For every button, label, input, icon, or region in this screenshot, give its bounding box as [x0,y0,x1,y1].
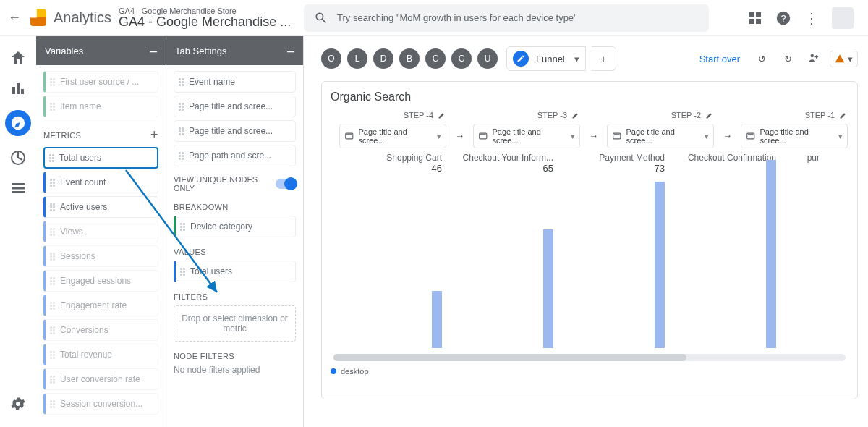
advertising-icon[interactable] [9,149,27,166]
metric-chip[interactable]: Conversions [43,319,158,341]
node-label: Page title and scree... [189,101,273,111]
redo-icon[interactable]: ↻ [780,54,795,64]
back-arrow-icon[interactable]: ← [6,10,23,25]
svg-rect-13 [480,134,486,135]
step-chip[interactable]: Page title and scree...▾ [473,124,580,148]
kebab-icon[interactable]: ⋮ [804,9,819,27]
svg-rect-11 [346,134,352,135]
values-value: Total users [190,266,232,276]
metric-label: User conversion rate [60,374,140,384]
metric-chip[interactable]: User conversion rate [43,368,158,390]
step-type: Page title and scree... [760,127,834,145]
analytics-logo [30,9,46,26]
tab-label: Funnel [536,54,565,64]
legend-label: desktop [341,367,369,376]
step-type: Page title and scree... [492,127,566,145]
collapse-tabsettings-icon[interactable]: – [287,43,294,59]
settings-icon[interactable] [9,395,27,413]
dimension-chip[interactable]: First user source / ... [43,71,158,93]
chart-category-label: Checkout Your Inform... [442,153,553,163]
metric-chip[interactable]: Total revenue [43,344,158,365]
add-tab-button[interactable]: + [592,46,616,71]
metric-chip[interactable]: Views [43,221,158,242]
svg-rect-3 [17,83,20,94]
step-chip[interactable]: Page title and scree...▾ [339,124,446,148]
svg-rect-15 [614,134,620,135]
metric-label: Active users [60,202,107,212]
metric-label: Event count [60,177,106,187]
metric-chip[interactable]: Sessions [43,245,158,267]
step-arrow-icon: → [455,111,464,148]
metric-chip[interactable]: Engagement rate [43,295,158,316]
step-label: STEP -4 [404,111,433,119]
unique-nodes-toggle[interactable] [276,179,296,189]
values-chip[interactable]: Total users [174,261,296,282]
collapse-variables-icon[interactable]: – [150,43,157,59]
chart-category-label: Checkout Confirmation [665,153,776,163]
metric-label: Total users [59,153,101,163]
step-arrow-icon: → [589,111,598,148]
metric-label: Engagement rate [60,300,127,310]
metric-chip[interactable]: Total users [43,147,158,169]
node-label: Event name [189,77,235,87]
chart-bar [655,182,665,348]
node-filters-hint: No node filters applied [174,365,296,375]
chart-value-label: 65 [442,163,553,174]
share-icon[interactable] [807,51,821,67]
svg-rect-4 [21,89,24,94]
step-label: STEP -3 [537,111,567,119]
metric-chip[interactable]: Event count [43,172,158,193]
avatar[interactable] [832,7,854,29]
search-box[interactable]: Try searching "MoM growth in users for e… [304,4,709,32]
undo-icon[interactable]: ↺ [754,54,769,64]
dimension-chip[interactable]: Item name [43,96,158,117]
chart-h-scrollbar[interactable] [333,354,846,361]
svg-rect-7 [12,187,25,190]
segment-circle[interactable]: D [373,48,393,69]
explore-icon[interactable] [5,110,31,136]
property-title[interactable]: GA4 - Google Merchandise ... [119,15,291,30]
help-icon[interactable]: ? [775,10,791,26]
chart-category-label: Shopping Cart [331,153,442,163]
home-icon[interactable] [9,49,27,67]
node-chip[interactable]: Event name [174,71,296,93]
breakdown-chip[interactable]: Device category [174,216,296,237]
metric-label: Sessions [60,251,95,261]
dimension-label: Item name [60,101,101,111]
segment-circle[interactable]: L [347,48,367,69]
chart-bar [432,291,442,348]
step-chip[interactable]: Page title and scree...▾ [741,124,848,148]
metric-chip[interactable]: Session conversion... [43,393,158,415]
chart-value-label: 73 [553,163,665,174]
metric-label: Total revenue [60,350,112,360]
node-label: Page path and scre... [189,151,271,161]
reports-icon[interactable] [9,80,27,97]
segment-circle[interactable]: O [321,48,341,69]
segment-circle[interactable]: C [451,48,472,69]
tab-funnel[interactable]: Funnel ▾ [506,46,586,71]
breakdown-label: BREAKDOWN [174,203,229,211]
warning-pill[interactable]: ▾ [830,51,858,67]
segment-circle[interactable]: U [477,48,498,69]
node-chip[interactable]: Page title and scree... [174,120,296,142]
node-chip[interactable]: Page path and scre... [174,145,296,166]
step-label: STEP -1 [805,111,835,119]
breakdown-value: Device category [190,221,252,232]
filters-dropzone[interactable]: Drop or select dimension or metric [174,305,296,342]
step-chip[interactable]: Page title and scree...▾ [607,124,714,148]
add-metric-icon[interactable]: + [150,127,158,143]
legend-swatch [331,368,336,374]
search-icon [314,11,328,25]
metric-chip[interactable]: Active users [43,196,158,218]
filters-label: FILTERS [174,292,208,301]
property-breadcrumb[interactable]: GA4 - Google Merchandise Store [119,7,291,15]
tabsettings-title: Tab Settings [175,46,227,56]
configure-icon[interactable] [9,179,27,197]
segment-circle[interactable]: C [425,48,446,69]
apps-icon[interactable] [749,12,762,24]
metric-chip[interactable]: Engaged sessions [43,270,158,292]
segment-circle[interactable]: B [399,48,420,69]
edit-tab-icon [513,51,529,67]
node-chip[interactable]: Page title and scree... [174,96,296,117]
start-over-link[interactable]: Start over [699,54,740,64]
